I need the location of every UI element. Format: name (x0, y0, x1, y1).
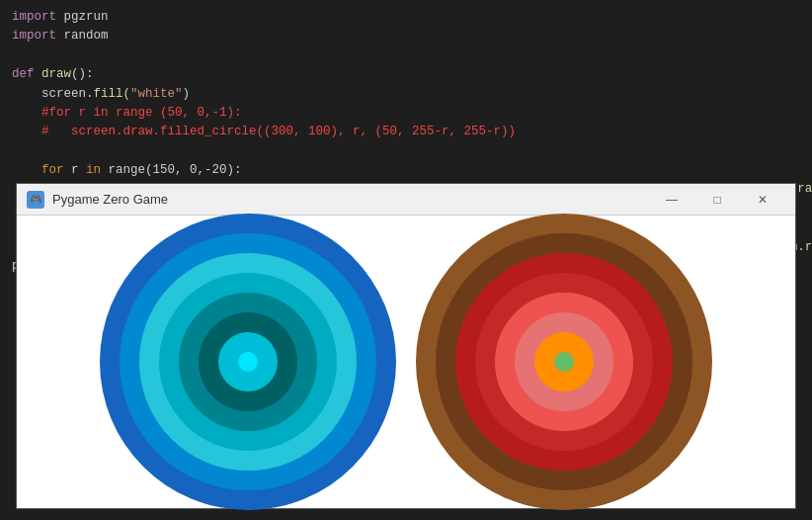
maximize-button[interactable]: □ (694, 184, 740, 216)
window-icon: 🎮 (27, 191, 44, 209)
circle (554, 352, 574, 372)
right-circle-group (416, 214, 712, 510)
minimize-button[interactable]: — (649, 184, 694, 216)
canvas-area (17, 216, 795, 508)
close-button[interactable]: ✕ (740, 184, 785, 216)
code-editor: import pgzrun import random def draw(): … (0, 0, 812, 183)
window-controls: — □ ✕ (649, 184, 785, 216)
window-title: Pygame Zero Game (52, 192, 649, 207)
circles-container (17, 216, 795, 508)
game-window: 🎮 Pygame Zero Game — □ ✕ (16, 183, 796, 509)
circle (238, 352, 258, 372)
left-circle-group (100, 214, 396, 510)
titlebar: 🎮 Pygame Zero Game — □ ✕ (17, 184, 795, 216)
